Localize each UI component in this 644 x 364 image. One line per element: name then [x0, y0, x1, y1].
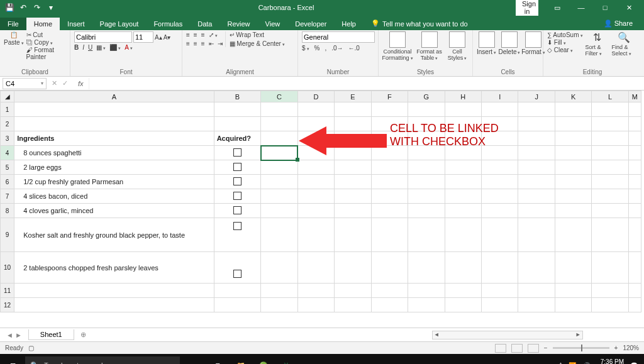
share-button[interactable]: 👤 Share — [592, 17, 644, 30]
col-header-E[interactable]: E — [335, 91, 371, 102]
row-header-12[interactable]: 12 — [1, 298, 14, 312]
col-header-B[interactable]: B — [214, 91, 261, 102]
underline-button[interactable]: U — [88, 44, 92, 51]
cell-B4[interactable] — [214, 146, 261, 160]
cell-C4-selected[interactable] — [261, 146, 297, 160]
italic-button[interactable]: I — [82, 44, 84, 51]
align-middle-icon[interactable]: ≡ — [194, 31, 197, 38]
align-right-icon[interactable]: ≡ — [201, 40, 205, 47]
cut-button[interactable]: ✂ Cut — [26, 31, 66, 38]
cell-A9[interactable]: Kosher salt and freshly ground black pep… — [14, 218, 214, 252]
volume-icon[interactable]: 🔊 — [582, 362, 590, 365]
col-header-D[interactable]: D — [297, 91, 334, 102]
checkbox-icon[interactable] — [233, 163, 242, 171]
comma-button[interactable]: , — [325, 45, 326, 52]
align-top-icon[interactable]: ≡ — [186, 31, 190, 38]
cell-B10[interactable] — [214, 252, 261, 284]
cell-styles-button[interactable]: Cell Styles — [446, 31, 469, 61]
checkbox-icon[interactable] — [233, 192, 242, 200]
tab-insert[interactable]: Insert — [60, 18, 92, 30]
align-left-icon[interactable]: ≡ — [186, 40, 190, 47]
cortana-icon[interactable]: ○ — [185, 356, 206, 364]
ribbon-options-icon[interactable]: ▭ — [546, 4, 569, 12]
taskbar-search[interactable]: 🔍 Type here to search — [25, 356, 180, 364]
col-header-L[interactable]: L — [592, 91, 628, 102]
wifi-icon[interactable]: 📶 — [569, 362, 576, 365]
select-all-corner[interactable]: ◢ — [1, 91, 14, 102]
maximize-button[interactable]: □ — [594, 4, 616, 11]
undo-icon[interactable]: ↶ — [18, 2, 29, 13]
col-header-C[interactable]: C — [261, 91, 297, 102]
copy-button[interactable]: ⿻ Copy — [26, 39, 66, 46]
redo-icon[interactable]: ↷ — [31, 2, 43, 13]
fx-icon[interactable]: fx — [73, 80, 89, 87]
increase-font-icon[interactable]: A▴ — [155, 34, 162, 41]
row-header-7[interactable]: 7 — [1, 189, 14, 204]
tray-up-icon[interactable]: ˄ — [559, 362, 562, 365]
cancel-formula-icon[interactable]: ✕ — [52, 79, 57, 87]
decrease-decimal-icon[interactable]: ←.0 — [348, 45, 360, 52]
tab-developer[interactable]: Developer — [287, 18, 334, 30]
sheet-nav[interactable]: ◄ ► — [0, 331, 28, 339]
tab-data[interactable]: Data — [190, 18, 219, 30]
qat-dropdown-icon[interactable]: ▾ — [45, 2, 57, 13]
name-box[interactable]: C4▾ — [3, 78, 47, 89]
format-cells-button[interactable]: Format — [523, 31, 544, 55]
checkbox-icon[interactable] — [233, 148, 242, 157]
cell-A3[interactable]: Ingredients — [14, 131, 214, 146]
checkbox-icon[interactable] — [233, 270, 242, 278]
tab-home[interactable]: Home — [26, 18, 60, 30]
tab-file[interactable]: File — [0, 18, 26, 30]
font-size-input[interactable] — [133, 31, 153, 43]
row-header-8[interactable]: 8 — [1, 204, 14, 218]
col-header-A[interactable]: A — [14, 91, 214, 102]
format-as-table-button[interactable]: Format as Table — [415, 31, 443, 61]
font-name-input[interactable] — [74, 31, 132, 43]
fill-color-button[interactable]: ⬛ — [109, 44, 121, 51]
clear-button[interactable]: ◇ Clear — [547, 47, 583, 53]
page-break-view-icon[interactable] — [528, 344, 539, 353]
checkbox-icon[interactable] — [233, 206, 242, 214]
find-select-button[interactable]: 🔍Find & Select — [612, 31, 636, 57]
cell-B6[interactable] — [214, 175, 261, 189]
start-button[interactable]: ⊞ — [0, 361, 25, 365]
normal-view-icon[interactable] — [495, 344, 506, 353]
cell-B9[interactable] — [214, 218, 261, 252]
format-painter-button[interactable]: 🖌 Format Painter — [26, 47, 66, 60]
orientation-button[interactable]: ⤢ — [209, 31, 218, 38]
tab-formulas[interactable]: Formulas — [146, 18, 190, 30]
checkbox-icon[interactable] — [233, 222, 242, 230]
minimize-button[interactable]: — — [570, 4, 592, 11]
cell-B8[interactable] — [214, 204, 261, 218]
row-header-4[interactable]: 4 — [1, 146, 14, 160]
cell-A7[interactable]: 4 slices bacon, diced — [14, 189, 214, 204]
row-header-6[interactable]: 6 — [1, 175, 14, 189]
number-format-select[interactable] — [302, 31, 375, 43]
chrome-icon[interactable]: 🟢 — [253, 356, 274, 364]
delete-cells-button[interactable]: Delete — [499, 31, 520, 55]
horizontal-scrollbar[interactable] — [432, 331, 583, 339]
sheet-tab-sheet1[interactable]: Sheet1 — [28, 329, 74, 340]
row-header-10[interactable]: 10 — [1, 252, 14, 284]
col-header-K[interactable]: K — [555, 91, 591, 102]
accounting-button[interactable]: $ — [302, 45, 309, 52]
conditional-formatting-button[interactable]: Conditional Formatting — [382, 31, 413, 61]
col-header-G[interactable]: G — [408, 91, 445, 102]
increase-indent-icon[interactable]: ⇥ — [218, 40, 223, 47]
col-header-M[interactable]: M — [628, 91, 641, 102]
col-header-J[interactable]: J — [518, 91, 555, 102]
add-sheet-button[interactable]: ⊕ — [74, 331, 92, 339]
align-center-icon[interactable]: ≡ — [194, 40, 197, 47]
row-header-11[interactable]: 11 — [1, 284, 14, 298]
tab-review[interactable]: Review — [219, 18, 257, 30]
cell-A5[interactable]: 2 large eggs — [14, 160, 214, 175]
insert-cells-button[interactable]: Insert — [477, 31, 496, 55]
zoom-out-button[interactable]: − — [544, 345, 548, 351]
excel-icon[interactable]: X — [275, 356, 297, 364]
formula-input[interactable] — [89, 78, 644, 89]
row-header-5[interactable]: 5 — [1, 160, 14, 175]
decrease-indent-icon[interactable]: ⇤ — [209, 40, 214, 47]
row-header-3[interactable]: 3 — [1, 131, 14, 146]
cell-B5[interactable] — [214, 160, 261, 175]
tell-me[interactable]: 💡 Tell me what you want to do — [364, 17, 475, 30]
